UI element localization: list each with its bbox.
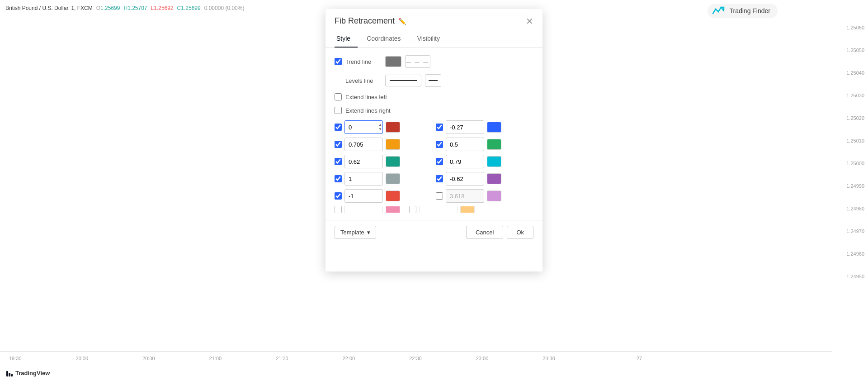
time-axis: 19:30 20:00 20:30 21:00 21:30 22:00 22:3…	[0, 351, 832, 365]
level-neg1-input[interactable]	[344, 189, 383, 203]
trend-line-color[interactable]	[385, 56, 401, 67]
close-button[interactable]: ✕	[526, 17, 533, 26]
price-tick: 1.25000	[832, 152, 868, 175]
price-change: 0.00000 (0.00%)	[204, 5, 245, 11]
level-062-input[interactable]	[344, 155, 383, 168]
level-079-input[interactable]	[446, 155, 484, 168]
svg-rect-0	[6, 371, 8, 376]
level-05-wrapper	[446, 138, 484, 151]
edit-icon[interactable]: ✏️	[398, 18, 406, 25]
level-3618-checkbox[interactable]	[436, 192, 443, 200]
price-c: C1.25699	[177, 5, 201, 11]
level-extra-right-checkbox[interactable]	[409, 206, 416, 213]
chevron-down-icon: ▾	[367, 229, 370, 236]
level-1-checkbox[interactable]	[335, 175, 342, 182]
level-neg062-input[interactable]	[446, 172, 484, 186]
level-neg027-checkbox[interactable]	[436, 124, 443, 131]
price-axis: 1.25060 1.25050 1.25040 1.25030 1.25020 …	[832, 0, 868, 291]
level-0705-wrapper	[344, 138, 383, 151]
level-1-color[interactable]	[386, 173, 400, 184]
levels-line-row: Levels line	[335, 74, 533, 87]
levels-line-label: Levels line	[345, 77, 382, 84]
price-tick: 1.24980	[832, 197, 868, 220]
extend-right-label: Extend lines right	[345, 107, 391, 114]
tab-coordinates[interactable]: Coordinates	[365, 31, 408, 48]
time-label: 27	[637, 356, 642, 361]
tab-style[interactable]: Style	[335, 31, 358, 48]
trend-line-label: Trend line	[345, 58, 382, 65]
level-row-neg1	[335, 189, 432, 203]
level-0705-checkbox[interactable]	[335, 141, 342, 148]
tab-visibility[interactable]: Visibility	[415, 31, 447, 48]
price-tick: 1.25020	[832, 107, 868, 129]
level-062-color[interactable]	[386, 156, 400, 167]
dialog-content: Trend line — — — Levels line Extend line…	[326, 48, 542, 220]
time-label: 22:30	[409, 356, 422, 361]
time-label: 21:00	[209, 356, 222, 361]
level-neg027-color[interactable]	[487, 122, 501, 133]
price-tick: 1.25050	[832, 39, 868, 62]
trend-line-checkbox[interactable]	[335, 58, 342, 65]
level-row-1	[335, 172, 432, 186]
levels-line-short[interactable]	[425, 74, 441, 87]
extend-right-checkbox[interactable]	[335, 107, 342, 114]
level-neg062-color[interactable]	[487, 173, 501, 184]
level-row-3618	[436, 189, 533, 203]
level-0705-color[interactable]	[386, 139, 400, 150]
level-05-input[interactable]	[446, 138, 484, 151]
time-label: 21:30	[276, 356, 288, 361]
levels-grid: ▲ ▼	[335, 120, 533, 203]
price-tick: 1.25040	[832, 62, 868, 84]
level-neg062-wrapper	[446, 172, 484, 186]
trend-line-style[interactable]: — — —	[405, 55, 430, 68]
level-0-color[interactable]	[386, 122, 400, 133]
level-extra-right-color[interactable]	[460, 206, 475, 213]
template-button[interactable]: Template ▾	[335, 226, 376, 239]
level-3618-color[interactable]	[487, 190, 501, 201]
level-0-checkbox[interactable]	[335, 124, 342, 131]
spinner-down[interactable]: ▼	[378, 127, 382, 132]
level-neg027-input[interactable]	[446, 120, 484, 134]
dialog-title: Fib Retracement ✏️	[335, 16, 406, 26]
price-l: L1.25692	[151, 5, 174, 11]
price-tick: 1.24990	[832, 175, 868, 197]
level-row-neg062	[436, 172, 533, 186]
spinner-up[interactable]: ▲	[378, 123, 382, 127]
level-1-input[interactable]	[344, 172, 383, 186]
level-0705-input[interactable]	[344, 138, 383, 151]
level-05-color[interactable]	[487, 139, 501, 150]
level-row-062	[335, 155, 432, 168]
level-extra-left-color[interactable]	[386, 206, 400, 213]
level-neg062-checkbox[interactable]	[436, 175, 443, 182]
level-3618-input[interactable]	[446, 189, 484, 203]
time-label: 23:00	[476, 356, 489, 361]
level-05-checkbox[interactable]	[436, 141, 443, 148]
level-extra-left-checkbox[interactable]	[335, 206, 342, 213]
level-neg1-checkbox[interactable]	[335, 192, 342, 200]
level-079-color[interactable]	[487, 156, 501, 167]
bottom-bar: TradingView	[0, 365, 868, 381]
level-row-079	[436, 155, 533, 168]
level-neg1-color[interactable]	[386, 190, 400, 201]
tradingview-logo: TradingView	[5, 369, 50, 377]
svg-rect-2	[11, 374, 13, 376]
price-tick: 1.25030	[832, 84, 868, 107]
trading-finder: Trading Finder	[708, 4, 778, 18]
level-0-input-wrapper: ▲ ▼	[344, 120, 383, 134]
cancel-button[interactable]: Cancel	[466, 226, 503, 239]
price-tick: 1.25060	[832, 16, 868, 39]
level-3618-wrapper	[446, 189, 484, 203]
level-row-neg027	[436, 120, 533, 134]
pair-name: British Pound / U.S. Dollar, 1, FXCM	[5, 5, 93, 11]
level-079-wrapper	[446, 155, 484, 168]
level-079-checkbox[interactable]	[436, 158, 443, 165]
extend-left-checkbox[interactable]	[335, 93, 342, 100]
levels-line-solid[interactable]	[385, 75, 421, 86]
level-neg027-wrapper	[446, 120, 484, 134]
dialog-footer: Template ▾ Cancel Ok	[326, 220, 542, 246]
ok-button[interactable]: Ok	[507, 226, 533, 239]
price-tick: 1.24960	[832, 243, 868, 265]
level-0-input[interactable]	[344, 120, 383, 134]
level-062-checkbox[interactable]	[335, 158, 342, 165]
level-0-spinner[interactable]: ▲ ▼	[378, 120, 382, 134]
